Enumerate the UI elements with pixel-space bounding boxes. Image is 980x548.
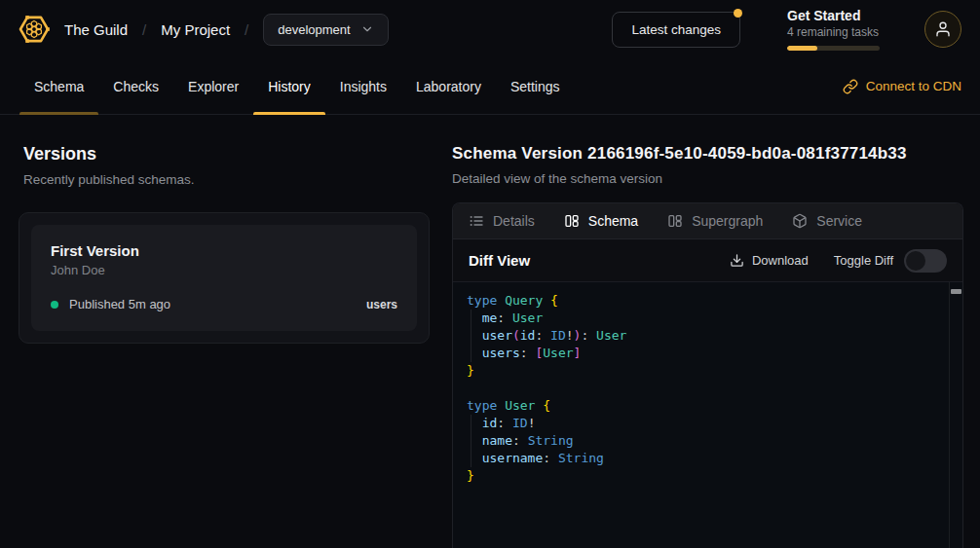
get-started-progress (787, 46, 880, 51)
nav-tab-label: History (268, 79, 311, 94)
chevron-down-icon (360, 22, 374, 36)
latest-changes-button[interactable]: Latest changes (612, 12, 740, 48)
user-avatar[interactable] (924, 11, 961, 48)
environment-dropdown-value: development (278, 22, 350, 37)
download-icon (730, 253, 744, 268)
version-list-item[interactable]: First Version John Doe Published 5m ago … (31, 225, 417, 331)
nav-tab-schema[interactable]: Schema (19, 58, 98, 114)
get-started-subtitle: 4 remaining tasks (787, 25, 880, 39)
version-detail-container: Details Schema (452, 202, 963, 548)
hive-logo-icon[interactable] (16, 11, 53, 48)
nav-tab-history[interactable]: History (253, 58, 325, 114)
toggle-knob (906, 251, 925, 271)
toggle-diff-group: Toggle Diff (834, 249, 947, 273)
versions-title: Versions (23, 144, 443, 164)
user-icon (934, 20, 952, 38)
breadcrumb: The Guild / My Project / development (64, 14, 389, 46)
nav-tab-underline (19, 112, 98, 115)
breadcrumb-separator: / (142, 21, 146, 38)
connect-to-cdn-link[interactable]: Connect to CDN (843, 79, 961, 94)
indent-guide (471, 310, 471, 362)
download-button[interactable]: Download (730, 253, 809, 268)
versions-subtitle: Recently published schemas. (23, 172, 443, 187)
nav-tab-laboratory[interactable]: Laboratory (401, 58, 496, 114)
version-detail-subtitle: Detailed view of the schema version (452, 171, 963, 186)
diff-view-title: Diff View (469, 252, 530, 269)
diff-toolbar-actions: Download Toggle Diff (730, 249, 947, 273)
detail-tabs: Details Schema (453, 203, 962, 239)
cube-icon (792, 213, 808, 229)
breadcrumb-separator: / (245, 21, 248, 38)
connect-to-cdn-label: Connect to CDN (866, 79, 961, 93)
schema-code-viewer[interactable]: type Query { me: User user(id: ID!): Use… (453, 282, 962, 548)
versions-panel: Versions Recently published schemas. Fir… (0, 115, 443, 548)
list-icon (469, 213, 484, 229)
versions-card: First Version John Doe Published 5m ago … (19, 212, 430, 344)
detail-tab-supergraph[interactable]: Supergraph (667, 213, 763, 229)
columns-icon (667, 213, 683, 229)
code-scrollbar-thumb[interactable] (951, 289, 961, 294)
code-scrollbar[interactable] (949, 282, 962, 548)
nav-tab-label: Laboratory (416, 79, 481, 94)
download-label: Download (752, 253, 809, 268)
version-meta-row: Published 5m ago users (51, 297, 397, 311)
nav-tab-checks[interactable]: Checks (98, 58, 173, 114)
latest-changes-label: Latest changes (631, 22, 721, 37)
detail-tab-label: Schema (588, 213, 638, 229)
app-header: The Guild / My Project / development Lat… (0, 0, 980, 58)
nav-tab-label: Checks (113, 79, 159, 94)
detail-tab-details[interactable]: Details (469, 213, 535, 229)
nav-tab-label: Insights (340, 79, 387, 94)
breadcrumb-org[interactable]: The Guild (64, 21, 128, 38)
main-content: Versions Recently published schemas. Fir… (0, 115, 980, 548)
nav-tab-label: Schema (34, 79, 84, 94)
nav-tab-label: Settings (510, 79, 560, 94)
detail-tab-schema[interactable]: Schema (564, 213, 638, 229)
get-started-title: Get Started (787, 8, 880, 23)
columns-icon (564, 213, 580, 229)
nav-tab-underline (253, 112, 325, 115)
version-author: John Doe (51, 263, 397, 277)
detail-tab-label: Supergraph (692, 213, 763, 229)
nav-tab-insights[interactable]: Insights (325, 58, 401, 114)
detail-tab-service[interactable]: Service (792, 213, 862, 229)
version-status: Published 5m ago (69, 297, 170, 311)
code-lines: type Query { me: User user(id: ID!): Use… (467, 292, 939, 485)
toggle-diff-switch[interactable] (904, 249, 947, 273)
diff-toolbar: Diff View Download Toggle Diff (453, 239, 962, 282)
version-detail-panel: Schema Version 2166196f-5e10-4059-bd0a-0… (443, 115, 980, 548)
breadcrumb-project[interactable]: My Project (161, 21, 230, 38)
indent-guide (471, 415, 471, 467)
environment-dropdown[interactable]: development (263, 14, 388, 46)
get-started-widget[interactable]: Get Started 4 remaining tasks (787, 8, 880, 51)
toggle-diff-label: Toggle Diff (834, 253, 893, 268)
version-name: First Version (51, 242, 397, 259)
project-nav: Schema Checks Explorer History Insights … (0, 58, 980, 115)
nav-tab-settings[interactable]: Settings (496, 58, 575, 114)
version-service-badge: users (366, 298, 397, 311)
nav-tab-explorer[interactable]: Explorer (173, 58, 253, 114)
version-detail-title: Schema Version 2166196f-5e10-4059-bd0a-0… (452, 144, 963, 164)
nav-tab-label: Explorer (188, 79, 239, 94)
notification-dot (734, 9, 742, 18)
detail-tab-label: Details (493, 213, 535, 229)
get-started-progress-fill (787, 46, 817, 51)
link-icon (843, 79, 858, 94)
published-status-dot (51, 301, 58, 309)
detail-tab-label: Service (816, 213, 862, 229)
